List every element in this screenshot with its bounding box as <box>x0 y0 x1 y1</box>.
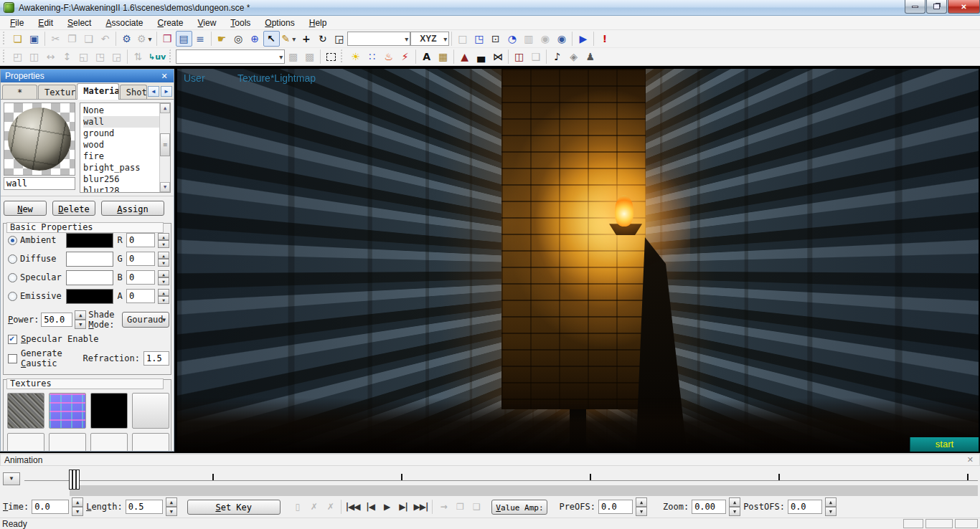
viewport-render-mode-label[interactable]: Texture*Lightmap <box>237 72 316 84</box>
keyframe-strip[interactable] <box>70 485 978 496</box>
bounding-box-button[interactable]: □ <box>454 31 471 47</box>
texture-slot-blank[interactable] <box>49 433 86 452</box>
spin-down-icon[interactable] <box>636 507 647 516</box>
goto-frame-button[interactable]: → <box>435 499 451 515</box>
align-left-button[interactable]: ◰ <box>9 49 26 65</box>
run-game-button[interactable]: ! <box>596 31 613 47</box>
spin-up-icon[interactable] <box>158 289 169 297</box>
material-item[interactable]: bright_pass <box>83 162 159 173</box>
properties-button[interactable]: ▤ <box>176 31 192 47</box>
preofs-input[interactable] <box>598 500 633 514</box>
assign-material-button[interactable]: Assign <box>101 201 164 216</box>
paste-keys-button[interactable]: ❑ <box>468 499 484 515</box>
clone-object-button[interactable]: ❒ <box>159 31 176 47</box>
copy-keys-button[interactable]: ❐ <box>451 499 468 515</box>
hide-object-button[interactable]: ◉ <box>537 31 553 47</box>
spin-up-icon[interactable] <box>636 497 647 507</box>
open-file-button[interactable]: ❏ <box>9 31 26 47</box>
color-swatch[interactable] <box>66 289 113 304</box>
material-item[interactable]: None <box>83 105 159 116</box>
material-item[interactable]: blur128 <box>83 185 159 192</box>
properties-tab[interactable]: Shot <box>120 85 147 99</box>
create-portal-button[interactable]: ◫ <box>511 49 527 65</box>
delete-all-keys-button[interactable]: ✗ <box>322 499 339 515</box>
orbit-tool-button[interactable]: ⊕ <box>247 31 263 47</box>
create-actor-button[interactable]: ♟ <box>582 49 598 65</box>
align-horizontal-button[interactable]: ↔ <box>42 49 59 65</box>
tab-scroll-right-icon[interactable] <box>161 86 172 97</box>
start-button[interactable]: start <box>910 437 979 452</box>
create-fish-button[interactable]: ⋈ <box>489 49 506 65</box>
viewport-camera-label[interactable]: User <box>184 72 205 84</box>
delete-material-button[interactable]: Delete <box>52 201 95 216</box>
menu-item[interactable]: Create <box>150 16 190 29</box>
animation-track-dropdown[interactable] <box>3 472 20 485</box>
scale-tool-button[interactable]: ◲ <box>331 31 347 47</box>
color-swatch[interactable] <box>66 252 113 267</box>
scene-list-button[interactable]: ≡ <box>192 31 209 47</box>
value-amp-button[interactable]: Value Amp: <box>491 500 547 515</box>
spin-down-icon[interactable] <box>75 320 86 329</box>
texture-slot-blank[interactable] <box>90 433 128 452</box>
create-prism-button[interactable]: ◈ <box>565 49 582 65</box>
new-key-button[interactable]: ▯ <box>289 499 306 515</box>
time-input[interactable] <box>32 500 69 514</box>
select-tool-button[interactable]: ↖ <box>263 31 280 47</box>
channel-radio[interactable] <box>8 254 17 264</box>
spin-down-icon[interactable] <box>158 240 169 248</box>
resize-button[interactable]: ⇅ <box>130 49 146 65</box>
minimize-button[interactable] <box>905 0 925 14</box>
menu-item[interactable]: File <box>3 16 31 29</box>
menu-item[interactable]: Help <box>302 16 334 29</box>
channel-value-input[interactable] <box>126 233 155 247</box>
align-corner-a-button[interactable]: ◱ <box>75 49 92 65</box>
spin-up-icon[interactable] <box>729 497 740 507</box>
power-input[interactable] <box>41 313 72 327</box>
menu-item[interactable]: Tools <box>223 16 258 29</box>
channel-value-input[interactable] <box>126 252 155 266</box>
material-item[interactable]: wood <box>83 139 159 151</box>
properties-tab[interactable]: Texture <box>38 85 76 99</box>
menu-item[interactable]: Associate <box>98 16 150 29</box>
spin-up-icon[interactable] <box>166 497 177 507</box>
align-corner-b-button[interactable]: ◳ <box>92 49 108 65</box>
properties-tab[interactable]: * <box>2 85 37 99</box>
scroll-thumb[interactable] <box>160 133 170 156</box>
spin-down-icon[interactable] <box>72 507 83 516</box>
cut-button[interactable]: ✂ <box>47 31 64 47</box>
set-key-button[interactable]: Set Key <box>187 500 281 515</box>
play-scene-button[interactable]: ▶ <box>575 31 591 47</box>
snap-grid-button[interactable]: ▩ <box>285 49 301 65</box>
align-vertical-button[interactable]: ↕ <box>59 49 75 65</box>
snap-angle-button[interactable]: ▩ <box>301 49 318 65</box>
close-button[interactable]: ✕ <box>948 0 980 14</box>
render-button[interactable]: ⚙ <box>118 31 135 47</box>
play-button[interactable]: ▶ <box>379 499 395 515</box>
show-object-button[interactable]: ◉ <box>553 31 570 47</box>
channel-radio[interactable] <box>8 292 17 301</box>
undo-button[interactable]: ↶ <box>97 31 113 47</box>
scene-viewport[interactable]: User Texture*Lightmap start <box>177 69 979 452</box>
material-list-scrollbar[interactable] <box>159 103 170 192</box>
spin-down-icon[interactable] <box>729 507 740 516</box>
edit-tool-button[interactable]: ✎ <box>280 31 298 47</box>
go-end-button[interactable]: ▶▶| <box>412 499 430 515</box>
snap-combo[interactable] <box>347 32 410 46</box>
timeline-slider-handle[interactable] <box>69 470 80 490</box>
spin-down-icon[interactable] <box>825 507 837 516</box>
create-particles-button[interactable]: ∷ <box>364 49 380 65</box>
color-swatch[interactable] <box>66 270 113 285</box>
save-button[interactable]: ▣ <box>26 31 42 47</box>
zoom-tool-button[interactable]: ◎ <box>230 31 247 47</box>
length-input[interactable] <box>126 500 163 514</box>
go-start-button[interactable]: |◀◀ <box>344 499 362 515</box>
align-center-button[interactable]: ◫ <box>26 49 42 65</box>
new-material-button[interactable]: New <box>4 201 47 216</box>
spin-up-icon[interactable] <box>75 310 86 320</box>
material-item[interactable]: wall <box>83 116 159 128</box>
menu-item[interactable]: Options <box>258 16 301 29</box>
object-combo[interactable] <box>176 49 285 64</box>
spin-up-icon[interactable] <box>158 252 169 259</box>
move-tool-button[interactable]: + <box>298 31 314 47</box>
link-button[interactable]: ▥ <box>520 31 537 47</box>
